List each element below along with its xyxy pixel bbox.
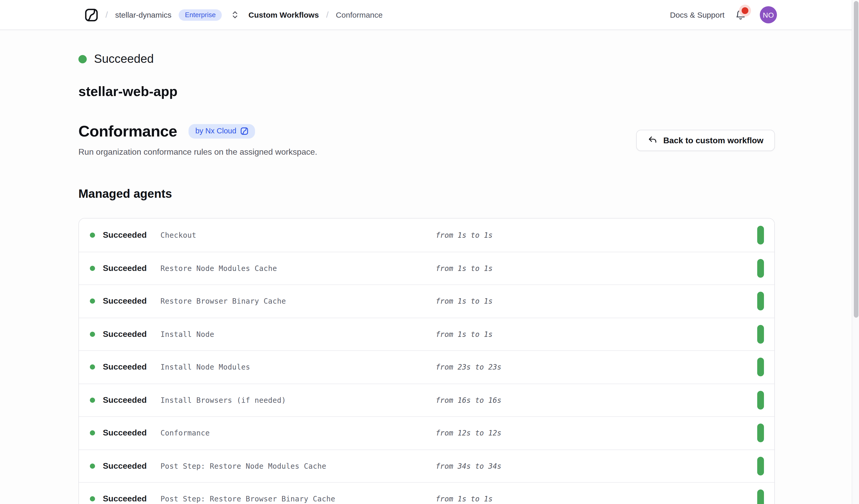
org-plan-badge: Enterprise [179, 9, 222, 20]
step-status: Succeeded [103, 494, 147, 504]
step-task-name: Post Step: Restore Browser Binary Cache [161, 495, 335, 503]
scrollbar-thumb[interactable] [854, 1, 858, 318]
step-status: Succeeded [103, 363, 147, 372]
status-dot-icon [90, 430, 95, 436]
breadcrumb-page: Conformance [336, 10, 382, 19]
step-duration-bar [757, 358, 764, 377]
agent-step-row[interactable]: Succeeded Install Browsers (if needed) f… [79, 383, 774, 416]
by-nx-cloud-label: by Nx Cloud [195, 127, 236, 135]
step-task-name: Install Browsers (if needed) [161, 396, 286, 404]
step-task-name: Restore Node Modules Cache [161, 264, 277, 273]
step-timing: from 1s to 1s [436, 495, 493, 503]
step-task-name: Restore Browser Binary Cache [161, 297, 286, 305]
status-dot-icon [90, 463, 95, 469]
breadcrumb: / stellar-dynamics Enterprise Custom Wor… [85, 8, 382, 21]
docs-support-link[interactable]: Docs & Support [670, 10, 724, 19]
workflow-header: Conformance by Nx Cloud Run organization… [78, 122, 775, 157]
status-dot-icon [90, 232, 95, 238]
breadcrumb-section[interactable]: Custom Workflows [248, 10, 319, 19]
agent-step-row[interactable]: Succeeded Post Step: Restore Node Module… [79, 449, 774, 482]
step-task-name: Post Step: Restore Node Modules Cache [161, 462, 327, 470]
step-duration-bar [757, 325, 764, 343]
run-status-label: Succeeded [94, 52, 154, 66]
step-duration-bar [757, 457, 764, 475]
step-duration-bar [757, 391, 764, 410]
step-task-name: Install Node Modules [161, 363, 250, 371]
nx-logo-icon[interactable] [85, 8, 98, 21]
workflow-description: Run organization conformance rules on th… [78, 148, 317, 157]
back-to-custom-workflow-button[interactable]: Back to custom workflow [636, 130, 775, 151]
step-task-name: Checkout [161, 231, 196, 239]
breadcrumb-org[interactable]: stellar-dynamics [115, 10, 171, 19]
step-duration-bar [757, 259, 764, 278]
agent-step-row[interactable]: Succeeded Post Step: Restore Browser Bin… [79, 482, 774, 504]
top-nav: / stellar-dynamics Enterprise Custom Wor… [0, 0, 859, 30]
nav-actions: Docs & Support NO [670, 6, 777, 24]
status-dot-icon [78, 55, 87, 63]
back-button-label: Back to custom workflow [663, 136, 764, 145]
step-duration-bar [757, 490, 764, 504]
step-duration-bar [757, 424, 764, 443]
agent-step-row[interactable]: Succeeded Restore Node Modules Cache fro… [79, 251, 774, 285]
step-status: Succeeded [103, 296, 147, 306]
step-status: Succeeded [103, 330, 147, 339]
step-status: Succeeded [103, 230, 147, 240]
status-dot-icon [90, 497, 95, 502]
agent-step-row[interactable]: Succeeded Install Node Modules from 23s … [79, 350, 774, 383]
workspace-name: stellar-web-app [78, 83, 775, 100]
status-dot-icon [90, 299, 95, 304]
step-duration-bar [757, 226, 764, 244]
step-timing: from 1s to 1s [436, 297, 493, 305]
step-status: Succeeded [103, 428, 147, 438]
nx-logo-icon [240, 127, 248, 135]
status-dot-icon [90, 332, 95, 337]
step-status: Succeeded [103, 264, 147, 273]
scrollbar[interactable] [852, 0, 859, 504]
notification-dot [742, 7, 748, 14]
step-timing: from 1s to 1s [436, 330, 493, 338]
step-timing: from 1s to 1s [436, 264, 493, 273]
undo-arrow-icon [648, 136, 658, 145]
step-task-name: Install Node [161, 330, 214, 338]
breadcrumb-separator: / [105, 10, 108, 20]
managed-agents-heading: Managed agents [78, 187, 775, 201]
status-dot-icon [90, 365, 95, 370]
managed-agents-card: Succeeded Checkout from 1s to 1s Succeed… [78, 218, 775, 504]
workflow-title-block: Conformance by Nx Cloud Run organization… [78, 122, 317, 157]
workflow-title: Conformance [78, 122, 177, 140]
agent-step-row[interactable]: Succeeded Restore Browser Binary Cache f… [79, 285, 774, 317]
agent-step-row[interactable]: Succeeded Conformance from 12s to 12s [79, 416, 774, 449]
step-timing: from 16s to 16s [436, 396, 501, 404]
step-timing: from 1s to 1s [436, 231, 493, 239]
main-content: Succeeded stellar-web-app Conformance by… [0, 52, 859, 504]
step-status: Succeeded [103, 396, 147, 405]
step-task-name: Conformance [161, 429, 210, 437]
run-status: Succeeded [78, 52, 775, 66]
step-timing: from 12s to 12s [436, 429, 501, 437]
step-timing: from 34s to 34s [436, 462, 501, 470]
by-nx-cloud-badge[interactable]: by Nx Cloud [189, 124, 255, 139]
agent-step-row[interactable]: Succeeded Checkout from 1s to 1s [79, 218, 774, 251]
breadcrumb-separator: / [326, 10, 329, 20]
notifications-button[interactable] [735, 9, 746, 21]
step-duration-bar [757, 292, 764, 311]
agent-step-row[interactable]: Succeeded Install Node from 1s to 1s [79, 317, 774, 350]
chevron-up-down-icon[interactable] [231, 10, 239, 19]
step-timing: from 23s to 23s [436, 363, 501, 371]
status-dot-icon [90, 398, 95, 403]
status-dot-icon [90, 266, 95, 271]
step-status: Succeeded [103, 461, 147, 471]
user-avatar[interactable]: NO [760, 6, 777, 24]
